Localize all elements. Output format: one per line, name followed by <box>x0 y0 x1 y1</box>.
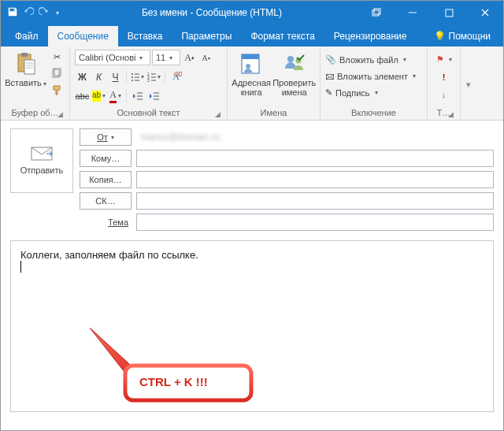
undo-icon[interactable] <box>23 6 34 20</box>
svg-rect-3 <box>446 9 453 17</box>
cc-input[interactable] <box>136 171 494 188</box>
copy-icon <box>51 68 62 79</box>
importance-low-icon: ↓ <box>442 90 447 99</box>
ribbon: Вставить▾ ✂ Буфер об…◢ Calibri (Основі▾ … <box>1 46 503 121</box>
underline-button[interactable]: Ч <box>108 69 123 84</box>
high-importance-button[interactable]: ! <box>443 69 446 84</box>
popout-button[interactable] <box>358 1 395 24</box>
group-include-label: Включение <box>325 106 422 120</box>
importance-high-icon: ! <box>443 72 446 82</box>
svg-point-30 <box>287 56 294 62</box>
font-size-combo[interactable]: 11▾ <box>152 50 180 65</box>
follow-up-button[interactable]: ⚑▾ <box>436 52 452 67</box>
attach-item-button[interactable]: 🖂Вложить элемент▾ <box>325 69 416 84</box>
attach-file-button[interactable]: 📎Вложить файл▾ <box>325 52 406 67</box>
numbering-button[interactable]: 123▾ <box>146 69 161 84</box>
body-text: Коллеги, заполняем файл по ссылке. <box>20 249 484 261</box>
dialog-launcher-icon[interactable]: ◢ <box>215 110 220 118</box>
group-font-label: Основной текст <box>117 108 180 117</box>
redo-icon[interactable] <box>39 6 50 20</box>
bcc-button[interactable]: СК… <box>80 192 132 210</box>
cc-button[interactable]: Копия… <box>80 171 132 188</box>
annotation-callout: CTRL + K !!! <box>90 328 263 409</box>
svg-text:3: 3 <box>147 78 150 82</box>
indent-button[interactable] <box>146 88 161 103</box>
from-button[interactable]: От▾ <box>80 128 132 146</box>
tab-options[interactable]: Параметры <box>172 26 241 46</box>
address-book-button[interactable]: Адресная книга <box>232 50 270 98</box>
from-value: ivanov@domain.ru <box>136 128 494 146</box>
titlebar: ▾ Без имени - Сообщение (HTML) <box>1 1 503 24</box>
signature-button[interactable]: ✎Подпись▾ <box>325 85 378 100</box>
minimize-button[interactable] <box>395 1 431 24</box>
check-names-icon <box>282 51 307 76</box>
group-clipboard-label: Буфер об… <box>11 108 58 117</box>
qat-customize-icon[interactable]: ▾ <box>56 9 59 17</box>
bold-button[interactable]: Ж <box>75 69 90 84</box>
low-importance-button[interactable]: ↓ <box>442 87 447 102</box>
brush-icon <box>51 84 62 95</box>
flag-icon: ⚑ <box>436 54 444 65</box>
cut-button[interactable]: ✂ <box>49 50 65 64</box>
highlight-button[interactable]: ab▾ <box>91 88 106 103</box>
subject-label: Тема <box>80 217 132 227</box>
grow-font-button[interactable]: A▴ <box>182 50 197 65</box>
group-names: Адресная книга Проверить имена Имена <box>228 46 321 120</box>
tab-format[interactable]: Формат текста <box>241 26 324 46</box>
callout-text: CTRL + K !!! <box>139 375 208 388</box>
svg-rect-0 <box>372 10 379 16</box>
outdent-button[interactable] <box>130 88 145 103</box>
dialog-launcher-icon[interactable]: ◢ <box>57 110 63 118</box>
copy-button[interactable] <box>49 66 65 80</box>
svg-point-13 <box>132 80 133 81</box>
maximize-button[interactable] <box>431 1 467 24</box>
message-body[interactable]: Коллеги, заполняем файл по ссылке. CTRL … <box>10 240 494 412</box>
group-font: Calibri (Основі▾ 11▾ A▴ A▾ Ж К Ч ▾ 123▾ … <box>70 46 228 120</box>
paperclip-icon: 📎 <box>325 54 336 65</box>
group-names-label: Имена <box>232 106 315 120</box>
close-button[interactable] <box>467 1 503 24</box>
to-button[interactable]: Кому… <box>80 150 132 167</box>
outdent-icon <box>132 91 143 101</box>
paste-button[interactable]: Вставить▾ <box>6 50 46 91</box>
bcc-input[interactable] <box>136 192 494 210</box>
address-book-icon <box>239 51 264 76</box>
tab-help[interactable]: 💡Помощни <box>424 26 498 46</box>
tab-review[interactable]: Рецензирование <box>324 26 417 46</box>
numbering-icon: 123 <box>147 72 156 82</box>
lightbulb-icon: 💡 <box>434 31 446 42</box>
svg-rect-1 <box>374 9 380 14</box>
tab-insert[interactable]: Вставка <box>118 26 172 46</box>
send-icon <box>31 147 53 161</box>
to-input[interactable] <box>136 150 494 167</box>
clear-formatting-button[interactable]: A⌫ <box>169 69 183 84</box>
font-name-combo[interactable]: Calibri (Основі▾ <box>75 50 150 65</box>
bullets-button[interactable]: ▾ <box>130 69 145 84</box>
shrink-font-button[interactable]: A▾ <box>198 50 213 65</box>
check-names-button[interactable]: Проверить имена <box>273 50 315 98</box>
italic-button[interactable]: К <box>91 69 106 84</box>
ribbon-overflow[interactable]: ▾ <box>461 46 476 120</box>
scissors-icon: ✂ <box>54 52 61 62</box>
attach-item-icon: 🖂 <box>325 72 334 81</box>
svg-rect-5 <box>21 53 28 57</box>
bullets-icon <box>131 72 139 82</box>
font-color-button[interactable]: A▾ <box>108 88 123 103</box>
send-button[interactable]: Отправить <box>10 128 73 193</box>
format-painter-button[interactable] <box>49 83 65 97</box>
tab-message[interactable]: Сообщение <box>48 26 118 46</box>
save-icon[interactable] <box>7 6 18 20</box>
text-cursor <box>20 261 21 273</box>
tab-file[interactable]: Файл <box>6 26 48 46</box>
svg-rect-6 <box>24 60 35 74</box>
header-fields: Отправить От▾ ivanov@domain.ru Кому… Коп… <box>1 121 503 236</box>
group-include: 📎Вложить файл▾ 🖂Вложить элемент▾ ✎Подпис… <box>321 46 428 120</box>
strike-button[interactable]: abє <box>75 88 90 103</box>
subject-input[interactable] <box>136 214 494 231</box>
dialog-launcher-icon[interactable]: ◢ <box>448 110 454 118</box>
signature-icon: ✎ <box>325 87 332 98</box>
window-title: Без имени - Сообщение (HTML) <box>65 7 358 18</box>
paste-icon <box>13 51 39 76</box>
quick-access-toolbar: ▾ <box>1 6 65 20</box>
svg-point-11 <box>132 76 133 78</box>
